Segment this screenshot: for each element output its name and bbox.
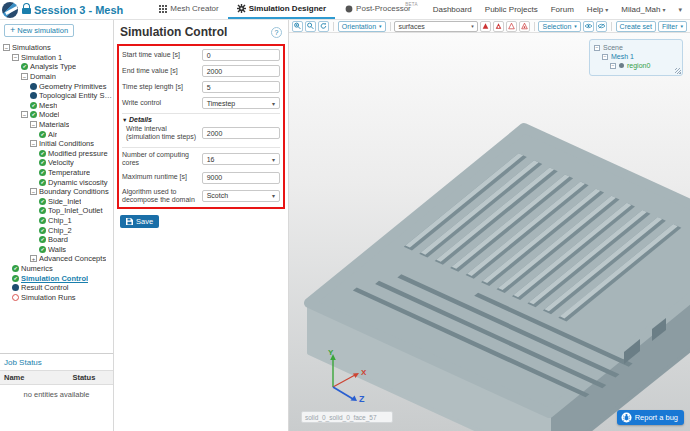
tree-item-label: Modified pressure xyxy=(48,149,108,158)
tree-item[interactable]: Simulation Runs xyxy=(0,292,113,302)
nav-dashboard[interactable]: Dashboard xyxy=(433,5,472,14)
nav-help-menu[interactable]: Help xyxy=(587,5,608,14)
pick-volume-icon[interactable] xyxy=(493,21,504,32)
tree-collapse-toggle[interactable] xyxy=(30,140,37,147)
filter-label: Filter xyxy=(662,23,678,30)
tree-item[interactable]: Modified pressure xyxy=(0,149,113,159)
start-time-input[interactable]: 0 xyxy=(202,49,280,61)
visibility-icon[interactable] xyxy=(619,63,624,68)
tree-item[interactable]: Materials xyxy=(0,120,113,130)
reset-view-button[interactable] xyxy=(318,21,329,32)
tree-item-label: Materials xyxy=(39,120,69,129)
collapse-icon[interactable] xyxy=(594,45,600,51)
tree-item[interactable]: Walls xyxy=(0,244,113,254)
tab-post-processor[interactable]: Post-Processor BETA xyxy=(335,0,420,19)
tree-item[interactable]: Topological Entity Sets xyxy=(0,91,113,101)
tree-status-icon xyxy=(39,236,46,243)
tree-status-icon xyxy=(39,179,46,186)
tree-item[interactable]: Initial Conditions xyxy=(0,139,113,149)
render-mode-select[interactable]: surfaces xyxy=(394,21,477,32)
scene-tree-root[interactable]: Scene xyxy=(594,43,678,52)
tree-item[interactable]: Chip_1 xyxy=(0,216,113,226)
tree-item[interactable]: Dynamic viscosity xyxy=(0,177,113,187)
tree-item[interactable]: Top_Inlet_Outlet xyxy=(0,206,113,216)
selection-dropdown[interactable]: Selection xyxy=(538,21,580,32)
simscale-logo-icon[interactable] xyxy=(2,2,18,18)
orientation-label: Orientation xyxy=(342,23,376,30)
computing-cores-label: Number of computing cores xyxy=(122,151,202,168)
tree-item[interactable]: Geometry Primitives xyxy=(0,81,113,91)
write-interval-input[interactable]: 2000 xyxy=(202,127,280,139)
tree-item[interactable]: Domain xyxy=(0,72,113,82)
pick-vertex-icon[interactable] xyxy=(519,21,530,32)
tree-status-icon xyxy=(12,294,19,301)
tree-collapse-toggle[interactable] xyxy=(21,111,28,118)
tree-collapse-toggle[interactable] xyxy=(30,121,37,128)
tree-item[interactable]: Advanced Concepts xyxy=(0,254,113,264)
create-set-button[interactable]: Create set xyxy=(616,21,656,32)
tree-item[interactable]: Side_Inlet xyxy=(0,197,113,207)
show-all-button[interactable] xyxy=(596,21,607,32)
axis-z-label: Z xyxy=(359,394,365,403)
nav-public-projects[interactable]: Public Projects xyxy=(485,5,538,14)
tree-item[interactable]: Model xyxy=(0,110,113,120)
tree-collapse-toggle[interactable] xyxy=(3,44,10,51)
filter-dropdown[interactable]: Filter xyxy=(658,21,687,32)
tree-item[interactable]: Velocity xyxy=(0,158,113,168)
tree-item[interactable]: Simulations xyxy=(0,43,113,53)
help-button[interactable]: ? xyxy=(271,27,282,38)
scene-tree-mesh[interactable]: Mesh 1 xyxy=(594,52,678,61)
collapse-icon[interactable] xyxy=(602,54,608,60)
axis-y-label: Y xyxy=(328,348,334,357)
tree-collapse-toggle[interactable] xyxy=(30,188,37,195)
zoom-in-button[interactable] xyxy=(292,21,303,32)
tree-item-label: Velocity xyxy=(48,158,74,167)
tree-item[interactable]: Boundary Conditions xyxy=(0,187,113,197)
tree-item[interactable]: Board xyxy=(0,235,113,245)
nav-forum[interactable]: Forum xyxy=(551,5,574,14)
time-step-input[interactable]: 5 xyxy=(202,81,280,93)
collapse-icon[interactable] xyxy=(610,63,616,69)
tree-collapse-toggle[interactable] xyxy=(21,73,28,80)
tree-item[interactable]: Simulation 1 xyxy=(0,53,113,63)
viewport-canvas[interactable]: Scene Mesh 1 region0 xyxy=(289,33,690,431)
tree-collapse-toggle[interactable] xyxy=(30,255,37,262)
tree-collapse-toggle[interactable] xyxy=(12,54,19,61)
hide-selection-button[interactable] xyxy=(583,21,594,32)
tree-item[interactable]: Numerics xyxy=(0,264,113,274)
computing-cores-value: 16 xyxy=(207,156,215,163)
scene-tree-region[interactable]: region0 xyxy=(594,61,678,70)
tree-status-icon xyxy=(39,227,46,234)
max-runtime-input[interactable]: 9000 xyxy=(202,172,280,184)
decompose-algorithm-select[interactable]: Scotch xyxy=(202,190,280,202)
nav-user-menu[interactable]: Milad_Mah xyxy=(621,5,665,14)
end-time-input[interactable]: 2000 xyxy=(202,65,280,77)
computing-cores-select[interactable]: 16 xyxy=(202,153,280,165)
tree-status-icon xyxy=(12,284,19,291)
details-toggle[interactable]: Details xyxy=(122,116,280,123)
tree-item[interactable]: Air xyxy=(0,129,113,139)
pick-edge-icon[interactable] xyxy=(506,21,517,32)
write-control-select[interactable]: Timestep xyxy=(202,97,280,109)
save-button[interactable]: Save xyxy=(120,215,159,228)
hovered-face-tag: solid_0_solid_0_face_57 xyxy=(301,411,393,423)
decompose-algorithm-label: Algorithm used to decompose the domain xyxy=(122,188,202,205)
job-status-col-name: Name xyxy=(4,373,24,382)
tree-item[interactable]: Mesh xyxy=(0,101,113,111)
zoom-fit-button[interactable] xyxy=(305,21,316,32)
pick-face-icon[interactable] xyxy=(480,21,491,32)
tree-item[interactable]: Simulation Control xyxy=(0,273,113,283)
tree-item[interactable]: Temperature xyxy=(0,168,113,178)
tree-item[interactable]: Analysis Type xyxy=(0,62,113,72)
tree-item[interactable]: Result Control xyxy=(0,283,113,293)
chevron-down-icon[interactable]: ▾ xyxy=(678,6,682,14)
resize-grip[interactable] xyxy=(675,68,681,74)
new-simulation-button[interactable]: New simulation xyxy=(4,24,74,37)
tab-simulation-designer[interactable]: Simulation Designer xyxy=(228,0,335,19)
tree-status-icon xyxy=(39,207,46,214)
orientation-dropdown[interactable]: Orientation xyxy=(338,21,386,32)
tab-mesh-creator[interactable]: Mesh Creator xyxy=(149,0,227,19)
tree-item[interactable]: Chip_2 xyxy=(0,225,113,235)
report-bug-button[interactable]: Report a bug xyxy=(617,410,684,425)
app-window: Session 3 - Mesh Mesh Creator Simulation… xyxy=(0,0,690,431)
